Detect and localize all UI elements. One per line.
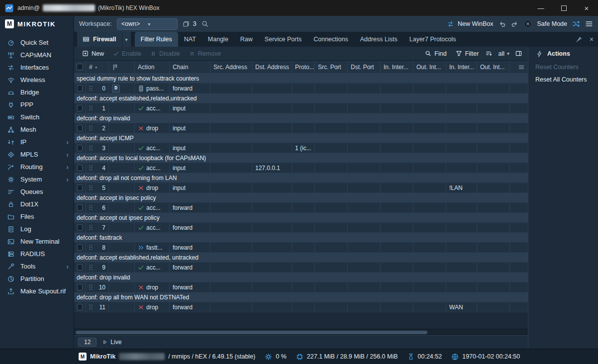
rule-row-4[interactable]: 4acc...input127.0.0.1 [74,163,528,173]
rule-comment-row[interactable]: defconf: drop all from WAN not DSTNATed [74,292,528,302]
drag-handle-icon[interactable] [89,205,93,210]
workspace-select[interactable]: <own> ▾ [117,18,178,30]
new-rule-button[interactable]: New [78,47,108,60]
header-select-all[interactable] [74,61,86,73]
section-dropdown[interactable]: ▾ [122,32,131,47]
tab-service-ports[interactable]: Service Ports [259,32,307,47]
sidebar-item-partition[interactable]: Partition [0,273,74,285]
enable-button[interactable]: Enable [109,47,145,60]
close-panel-icon[interactable]: × [585,32,598,47]
row-checkbox[interactable] [77,204,83,211]
column-header-dst_address[interactable]: Dst. Address [252,61,292,73]
row-checkbox[interactable] [77,264,83,271]
sidebar-item-make-supout-rif[interactable]: Make Supout.rif [0,285,74,297]
close-button[interactable]: × [575,0,598,16]
sidebar-item-radius[interactable]: RADIUS [0,248,74,260]
rule-comment-row[interactable]: defconf: accept ICMP [74,133,528,143]
action-reset-all-counters[interactable]: Reset All Counters [528,73,598,86]
section-firewall-button[interactable]: Firewall [77,32,122,47]
drag-handle-icon[interactable] [89,86,93,91]
drag-handle-icon[interactable] [89,304,93,310]
find-button[interactable]: Find [421,50,450,57]
sort-mode-icon[interactable] [484,50,494,57]
live-toggle[interactable]: Live [102,339,121,346]
tab-address-lists[interactable]: Address Lists [354,32,403,47]
row-checkbox[interactable] [77,145,83,151]
rule-row-10[interactable]: 10dropforward [74,282,528,292]
action-reset-counters[interactable]: Reset Counters [528,61,598,73]
new-winbox-button[interactable]: New WinBox [447,20,494,28]
titlebar[interactable]: admin@ (MikroTik) hEX WinBox — × [0,0,598,16]
disable-button[interactable]: Disable [146,47,184,60]
sidebar-item-routing[interactable]: Routing› [0,161,74,173]
rule-comment-row[interactable]: defconf: fasttrack [74,233,528,243]
row-checkbox[interactable] [77,85,83,91]
redo-icon[interactable] [511,20,518,28]
rule-row-8[interactable]: 8fastt...forward [74,243,528,253]
drag-handle-icon[interactable] [89,225,93,230]
drag-handle-icon[interactable] [89,245,93,250]
row-checkbox[interactable] [77,284,83,290]
sidebar-item-mpls[interactable]: MPLS› [0,148,74,161]
sidebar-item-system[interactable]: System› [0,173,74,185]
sidebar-item-mesh[interactable]: Mesh [0,123,74,136]
drag-handle-icon[interactable] [89,265,93,270]
rule-comment-row[interactable]: defconf: accept in ipsec policy [74,193,528,203]
horizontal-scrollbar[interactable] [74,329,528,335]
rule-comment-row[interactable]: defconf: accept to local loopback (for C… [74,153,528,163]
column-header-flags[interactable] [109,61,135,73]
drag-handle-icon[interactable] [89,284,93,290]
search-icon[interactable] [201,20,208,27]
row-checkbox[interactable] [77,304,83,310]
row-checkbox[interactable] [77,125,83,131]
row-checkbox[interactable] [77,105,83,111]
rule-row-3[interactable]: 3acc...input1 (ic... [74,143,528,153]
rule-comment-row[interactable]: defconf: accept established,related, unt… [74,253,528,263]
sidebar-item-wireless[interactable]: Wireless [0,74,74,86]
rule-row-6[interactable]: 6acc...forward [74,203,528,213]
scope-select[interactable]: all ▾ [495,50,512,57]
sidebar-item-files[interactable]: Files [0,210,74,223]
sidebar-item-queues[interactable]: Queues [0,185,74,198]
rule-row-5[interactable]: 5dropinput!LAN [74,183,528,193]
tab-filter-rules[interactable]: Filter Rules [135,32,178,47]
tab-raw[interactable]: Raw [234,32,259,47]
row-checkbox[interactable] [77,244,83,251]
sidebar-item-log[interactable]: Log [0,223,74,235]
sidebar-item-ppp[interactable]: PPP [0,98,74,111]
sidebar-item-switch[interactable]: Switch [0,111,74,123]
sidebar-item-interfaces[interactable]: Interfaces [0,61,74,74]
select-all-checkbox[interactable] [77,64,83,70]
column-header-action[interactable]: Action [135,61,170,73]
filter-button[interactable]: Filter [452,50,483,57]
sidebar-item-dot1x[interactable]: Dot1X [0,198,74,210]
column-header-in_interface[interactable]: In. Inter... [381,61,413,73]
rule-comment-row[interactable]: defconf: drop invalid [74,113,528,123]
pin-icon[interactable] [572,32,585,47]
drag-handle-icon[interactable] [89,125,93,131]
row-checkbox[interactable] [77,224,83,231]
safe-mode-toggle-icon[interactable] [572,20,580,28]
disconnect-icon[interactable] [523,19,532,28]
rule-row-1[interactable]: 1acc...input [74,103,528,113]
rule-comment-row[interactable]: defconf: drop invalid [74,273,528,282]
column-header-src_address[interactable]: Src. Address [210,61,252,73]
remove-button[interactable]: Remove [185,47,225,60]
tab-connections[interactable]: Connections [307,32,354,47]
sidebar-item-ip[interactable]: IP› [0,136,74,148]
column-header-in_interface_list[interactable]: In. Inter... [446,61,477,73]
rule-comment-row[interactable]: special dummy rule to show fasttrack cou… [74,74,528,84]
column-header-num[interactable]: #▲ [86,61,109,73]
drag-handle-icon[interactable] [89,105,93,111]
row-checkbox[interactable] [77,184,83,191]
column-header-protocol[interactable]: Proto... [292,61,315,73]
scrollbar-thumb[interactable] [76,331,427,334]
column-header-dst_port[interactable]: Dst. Port [348,61,381,73]
column-header-out_interface_list[interactable]: Out. Int... [477,61,510,73]
rule-comment-row[interactable]: defconf: accept established,related,untr… [74,93,528,103]
rule-comment-row[interactable]: defconf: drop all not coming from LAN [74,173,528,183]
rule-row-9[interactable]: 9acc...forward [74,263,528,273]
column-settings-icon[interactable] [518,64,525,71]
column-header-chain[interactable]: Chain [170,61,210,73]
undo-icon[interactable] [498,20,506,28]
